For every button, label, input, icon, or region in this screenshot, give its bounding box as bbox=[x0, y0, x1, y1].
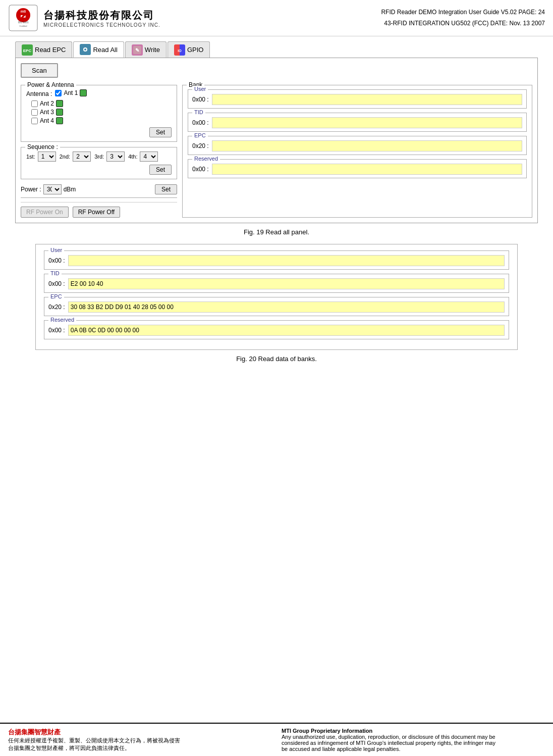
tab-read-epc[interactable]: EPC Read EPC bbox=[15, 41, 72, 58]
bank-tid-input[interactable] bbox=[212, 117, 522, 128]
seq-1st-label: 1st: bbox=[26, 154, 35, 160]
fig20-user-addr: 0x00 : bbox=[48, 257, 65, 264]
footer-left-line1: 任何未經授權逕予複製、重製、公開或使用本文之行為，將被視為侵害 bbox=[8, 737, 271, 744]
company-logo: mti ◤◢ ISO 9001 Certified bbox=[8, 4, 38, 32]
bank-reserved-input[interactable] bbox=[212, 164, 522, 175]
antenna-set-button[interactable]: Set bbox=[149, 127, 172, 137]
power-label: Power : bbox=[21, 186, 41, 193]
bank-user-addr: 0x00 : bbox=[192, 96, 209, 103]
fig20-panel: User 0x00 : TID 0x00 : EPC 0x20 : Reserv… bbox=[35, 244, 518, 350]
footer-right-title: MTI Group Proprietary Information bbox=[282, 728, 545, 734]
antenna-items: Ant 2 Ant 3 Ant 4 bbox=[31, 100, 172, 124]
ant1-checkbox[interactable] bbox=[55, 90, 62, 96]
footer-right-line3: be accused and liable applicable legal p… bbox=[282, 746, 545, 752]
bank-tid-addr: 0x00 : bbox=[192, 119, 209, 126]
svg-text:✎: ✎ bbox=[135, 47, 139, 53]
footer-right: MTI Group Proprietary Information Any un… bbox=[271, 728, 545, 752]
ant1-item: Ant 1 bbox=[55, 89, 87, 96]
bank-tid-title: TID bbox=[192, 109, 205, 115]
doc-line1: RFID Reader DEMO Integration User Guide … bbox=[381, 7, 545, 18]
tab-write-label: Write bbox=[145, 46, 160, 54]
ant4-item: Ant 4 bbox=[31, 117, 172, 124]
tab-write[interactable]: ✎ Write bbox=[125, 41, 167, 58]
tab-read-all-label: Read All bbox=[93, 46, 117, 54]
fig20-reserved-input[interactable] bbox=[68, 325, 505, 336]
ant3-icon bbox=[56, 109, 63, 116]
bank-epc-addr: 0x20 : bbox=[192, 142, 209, 149]
power-row: Power : 302520 dBm Set bbox=[21, 184, 177, 194]
bank-reserved-row: 0x00 : bbox=[192, 164, 522, 175]
fig20-epc-title: EPC bbox=[48, 293, 64, 299]
seq-1st-select[interactable]: 1234 bbox=[38, 152, 56, 162]
svg-text:EPC: EPC bbox=[23, 48, 32, 53]
svg-text:IO: IO bbox=[178, 49, 182, 53]
tab-bar: EPC Read EPC Read All ✎ Write IO bbox=[15, 41, 538, 58]
power-set-button[interactable]: Set bbox=[155, 184, 177, 194]
bank-tid-group: TID 0x00 : bbox=[188, 113, 527, 132]
bank-tid-row: 0x00 : bbox=[192, 117, 522, 128]
ant3-checkbox[interactable] bbox=[31, 109, 38, 116]
power-select[interactable]: 302520 bbox=[43, 184, 62, 194]
bank-reserved-group: Reserved 0x00 : bbox=[188, 159, 527, 178]
tab-read-all[interactable]: Read All bbox=[73, 41, 124, 58]
divider bbox=[21, 197, 177, 198]
bank-user-input[interactable] bbox=[212, 94, 522, 105]
rf-power-off-button[interactable]: RF Power Off bbox=[73, 207, 120, 218]
ant4-label: Ant 4 bbox=[40, 117, 54, 124]
footer-left: 台揚集團智慧財產 任何未經授權逕予複製、重製、公開或使用本文之行為，將被視為侵害… bbox=[8, 728, 271, 752]
rf-buttons-row: RF Power On RF Power Off bbox=[21, 202, 177, 218]
company-sub: MICROELECTRONICS TECHNOLOGY INC. bbox=[43, 22, 381, 28]
ant2-checkbox[interactable] bbox=[31, 100, 38, 107]
fig20-user-title: User bbox=[48, 247, 64, 253]
seq-2nd-select[interactable]: 1234 bbox=[73, 152, 91, 162]
main-panel: Scan Power & Antenna Antenna : Ant 1 bbox=[15, 58, 538, 223]
ant2-icon bbox=[56, 100, 63, 107]
fig20-epc-input[interactable] bbox=[68, 301, 505, 313]
rf-power-on-button[interactable]: RF Power On bbox=[21, 207, 69, 218]
seq-3rd-select[interactable]: 1234 bbox=[106, 152, 125, 162]
fig20-epc-addr: 0x20 : bbox=[48, 304, 65, 311]
seq-4th-select[interactable]: 1234 bbox=[140, 152, 158, 162]
bank-reserved-addr: 0x00 : bbox=[192, 166, 209, 173]
power-antenna-group: Power & Antenna Antenna : Ant 1 Ant 2 bbox=[21, 85, 177, 142]
ant1-label: Ant 1 bbox=[64, 89, 78, 96]
ant4-checkbox[interactable] bbox=[31, 118, 38, 124]
page-header: mti ◤◢ ISO 9001 Certified 台揚科技股份有限公司 MIC… bbox=[0, 0, 553, 36]
company-name: 台揚科技股份有限公司 bbox=[43, 9, 381, 22]
bank-epc-row: 0x20 : bbox=[192, 140, 522, 152]
bank-user-title: User bbox=[192, 86, 208, 92]
fig20-tid-addr: 0x00 : bbox=[48, 280, 65, 287]
fig20-user-group: User 0x00 : bbox=[44, 250, 509, 270]
write-icon: ✎ bbox=[132, 44, 143, 56]
bank-reserved-title: Reserved bbox=[192, 156, 220, 162]
seq-3rd-label: 3rd: bbox=[94, 154, 104, 160]
bank-user-group: User 0x00 : bbox=[188, 89, 527, 109]
doc-line2: 43-RFID INTEGRATION UG502 (FCC) DATE: No… bbox=[381, 18, 545, 29]
seq-4th-label: 4th: bbox=[128, 154, 137, 160]
doc-info: RFID Reader DEMO Integration User Guide … bbox=[381, 7, 545, 29]
fig20-tid-input[interactable] bbox=[68, 278, 505, 289]
read-all-icon bbox=[80, 44, 91, 55]
page-footer: 台揚集團智慧財產 任何未經授權逕予複製、重製、公開或使用本文之行為，將被視為侵害… bbox=[0, 723, 553, 756]
bank-epc-input[interactable] bbox=[212, 140, 522, 152]
fig20-user-input[interactable] bbox=[68, 255, 505, 266]
svg-point-10 bbox=[84, 48, 86, 51]
fig20-epc-row: 0x20 : bbox=[48, 301, 505, 313]
fig20-reserved-title: Reserved bbox=[48, 317, 76, 323]
tab-gpio-label: GPIO bbox=[187, 46, 204, 54]
right-panel: Bank User 0x00 : TID 0x00 : bbox=[182, 85, 532, 218]
scan-button[interactable]: Scan bbox=[21, 63, 58, 78]
fig20-caption: Fig. 20 Read data of banks. bbox=[15, 355, 538, 363]
svg-text:Certified: Certified bbox=[20, 25, 27, 27]
fig20-user-row: 0x00 : bbox=[48, 255, 505, 266]
svg-text:ISO 9001: ISO 9001 bbox=[18, 21, 28, 24]
svg-text:mti: mti bbox=[21, 10, 26, 13]
fig20-epc-group: EPC 0x20 : bbox=[44, 297, 509, 316]
bank-epc-title: EPC bbox=[192, 132, 208, 138]
tab-gpio[interactable]: IO GPIO bbox=[168, 41, 210, 58]
tab-read-epc-label: Read EPC bbox=[35, 46, 66, 54]
ant2-label: Ant 2 bbox=[40, 100, 54, 107]
fig20-reserved-group: Reserved 0x00 : bbox=[44, 320, 509, 339]
sequence-group: Sequence : 1st: 1234 2nd: 1234 3rd: 1234 bbox=[21, 147, 177, 179]
sequence-set-button[interactable]: Set bbox=[149, 165, 172, 175]
